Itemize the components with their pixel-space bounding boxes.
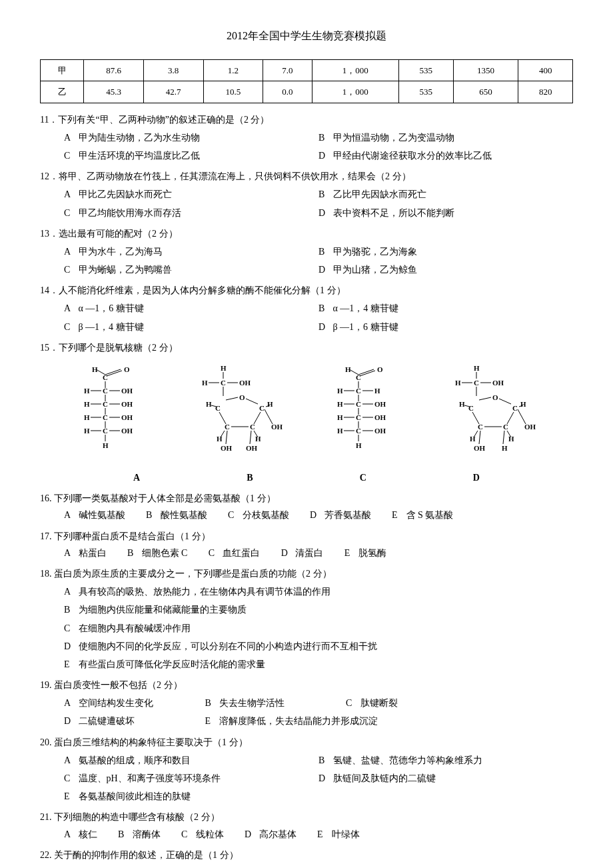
option-text: 芳香氨基酸 <box>324 510 371 520</box>
opt-label: C <box>64 620 76 637</box>
cell: 甲 <box>41 59 84 81</box>
option-text: 甲为山猪，乙为鲸鱼 <box>333 265 417 275</box>
opt-label: A <box>64 129 76 146</box>
question-15: 15．下列哪个是脱氧核糖（2 分） HO C HCOH HCOH HCOH HC… <box>40 339 573 486</box>
option-text: 甲乙均能饮用海水而存活 <box>79 208 181 218</box>
svg-text:C: C <box>103 387 108 395</box>
option-text: 甲为蜥蜴，乙为鸭嘴兽 <box>79 265 172 275</box>
opt-label: E <box>205 713 217 729</box>
table-row: 甲 87.6 3.8 1.2 7.0 1，000 535 1350 400 <box>41 59 573 81</box>
cell: 535 <box>399 81 454 103</box>
svg-text:C: C <box>356 413 361 421</box>
question-stem: 16. 下列哪一类氨基酸对于人体全部是必需氨基酸（1 分） <box>40 490 573 507</box>
svg-text:OH: OH <box>374 427 386 435</box>
svg-text:H: H <box>337 400 343 408</box>
opt-label: A <box>64 300 76 317</box>
option-text: 温度、pH、和离子强度等环境条件 <box>79 773 221 783</box>
question-14: 14．人不能消化纤维素，是因为人体内分解多糖的酶不能催化分解（1 分） A α … <box>40 282 573 335</box>
svg-text:H: H <box>202 379 208 387</box>
option-text: 碱性氨基酸 <box>79 510 125 520</box>
opt-label: D <box>318 770 330 787</box>
opt-label: B <box>318 300 330 317</box>
opt-label: B <box>118 826 130 843</box>
svg-text:H: H <box>267 400 273 408</box>
opt-label: D <box>64 638 76 655</box>
question-16: 16. 下列哪一类氨基酸对于人体全部是必需氨基酸（1 分） A 碱性氨基酸 B … <box>40 490 573 523</box>
option-text: 溶解度降低，失去结晶能力并形成沉淀 <box>219 716 378 726</box>
question-13: 13．选出最有可能的配对（2 分） A 甲为水牛，乙为海马 B 甲为骆驼，乙为海… <box>40 225 573 279</box>
option-text: 细胞色素 C <box>142 548 188 558</box>
opt-label: D <box>64 713 76 729</box>
svg-text:OH: OH <box>524 423 536 431</box>
opt-label: A <box>64 243 76 260</box>
opt-label: A <box>64 826 76 843</box>
option-text: 酸性氨基酸 <box>161 510 207 520</box>
cell: 1.2 <box>203 59 263 81</box>
structure-label-b: B <box>247 469 253 486</box>
option-text: 甲生活环境的平均温度比乙低 <box>79 151 200 161</box>
opt-label: B <box>127 545 139 561</box>
svg-text:H: H <box>255 435 261 443</box>
cell: 1，000 <box>312 81 398 103</box>
svg-text:O: O <box>492 393 498 401</box>
opt-label: D <box>318 261 330 278</box>
svg-text:H: H <box>84 400 90 408</box>
svg-text:C: C <box>221 379 226 387</box>
option-text: 甲为水牛，乙为海马 <box>79 247 163 257</box>
cell: 650 <box>453 81 518 103</box>
option-text: 核仁 <box>79 829 97 839</box>
svg-text:OH: OH <box>121 413 133 421</box>
svg-text:OH: OH <box>492 379 504 387</box>
option-text: 空间结构发生变化 <box>79 698 153 708</box>
svg-line-55 <box>221 431 225 437</box>
svg-text:H: H <box>520 400 526 408</box>
question-12: 12．将甲、乙两动物放在竹筏上，任其漂流在海上，只供饲料不供饮用水，结果会（2 … <box>40 168 573 221</box>
question-stem: 22. 关于酶的抑制作用的叙述，正确的是（1 分） <box>40 847 573 863</box>
svg-line-106 <box>499 399 511 404</box>
structure-c-icon: HO C HCH HCOH HCOH HCOH H <box>325 363 405 463</box>
svg-text:H: H <box>103 441 109 449</box>
opt-label: A <box>64 583 76 600</box>
svg-text:H: H <box>502 444 508 452</box>
question-stem: 12．将甲、乙两动物放在竹筏上，任其漂流在海上，只供饲料不供饮用水，结果会（2 … <box>40 168 573 185</box>
cell: 400 <box>518 59 573 81</box>
svg-text:H: H <box>345 365 351 373</box>
opt-label: D <box>245 826 257 843</box>
svg-line-41 <box>226 397 238 400</box>
option-text: 为细胞内供应能量和储藏能量的主要物质 <box>79 605 247 615</box>
svg-text:H: H <box>84 413 90 421</box>
svg-text:OH: OH <box>239 379 251 387</box>
question-stem: 13．选出最有可能的配对（2 分） <box>40 225 573 242</box>
opt-label: B <box>146 507 158 523</box>
opt-label: A <box>64 186 76 203</box>
opt-label: E <box>64 656 76 673</box>
svg-text:C: C <box>503 423 508 431</box>
table-row: 乙 45.3 42.7 10.5 0.0 1，000 535 650 820 <box>41 81 573 103</box>
svg-text:O: O <box>239 393 245 401</box>
svg-line-105 <box>479 397 491 400</box>
structure-label-c: C <box>360 469 366 486</box>
cell: 7.0 <box>263 59 312 81</box>
opt-label: C <box>64 319 76 335</box>
question-stem: 18. 蛋白质为原生质的主要成分之一，下列哪些是蛋白质的功能（2 分） <box>40 565 573 582</box>
svg-text:C: C <box>512 404 518 412</box>
option-text: 高尔基体 <box>259 829 297 839</box>
svg-text:C: C <box>478 423 483 431</box>
opt-label: C <box>64 205 76 221</box>
svg-text:H: H <box>356 441 362 449</box>
question-stem: 14．人不能消化纤维素，是因为人体内分解多糖的酶不能催化分解（1 分） <box>40 282 573 299</box>
opt-label: C <box>181 826 193 843</box>
opt-label: D <box>318 147 330 164</box>
option-text: 二硫键遭破坏 <box>79 716 135 726</box>
cell: 45.3 <box>84 81 144 103</box>
opt-label: A <box>64 752 76 769</box>
svg-text:C: C <box>103 400 108 408</box>
option-text: α —1，6 糖苷键 <box>79 303 144 313</box>
question-18: 18. 蛋白质为原生质的主要成分之一，下列哪些是蛋白质的功能（2 分） A 具有… <box>40 565 573 673</box>
structure-label-d: D <box>473 469 480 486</box>
svg-text:H: H <box>92 365 98 373</box>
svg-text:C: C <box>215 404 221 412</box>
opt-label: A <box>64 507 76 523</box>
svg-text:C: C <box>356 400 361 408</box>
svg-text:H: H <box>337 427 343 435</box>
